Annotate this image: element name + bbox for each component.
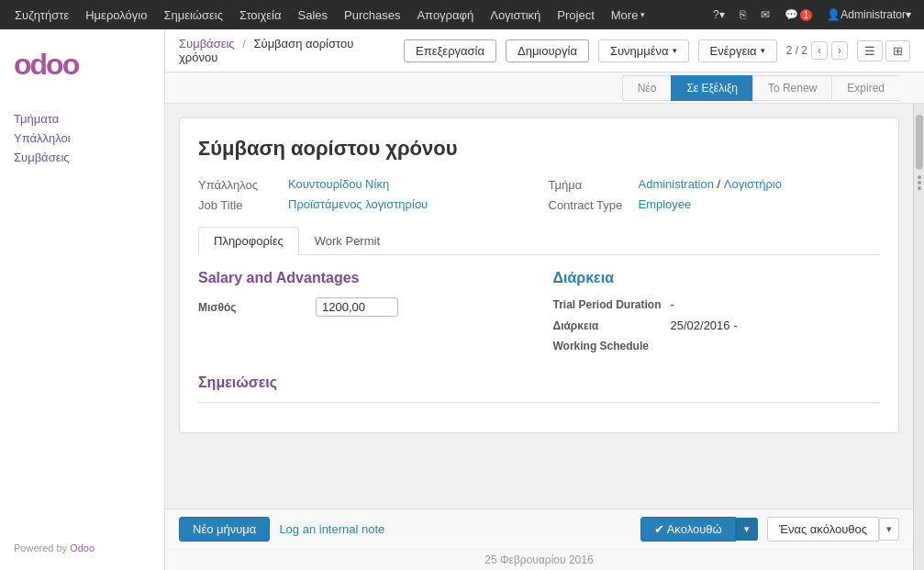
diarkeia-field-row: Διάρκεια 25/02/2016 - [553,319,881,332]
pager-prev-button[interactable]: ‹ [811,41,828,60]
follow-button-group: ✔ Ακολουθώ ▾ [640,517,758,542]
add-follower-button[interactable]: Ένας ακόλουθος [767,517,879,542]
sidebar-item-τμήματα[interactable]: Τμήματα [14,109,150,129]
department-field-row: Τμήμα Administration / Λογιστήριο [549,177,881,192]
employee-link[interactable]: Κουντουρίδου Νίκη [288,177,389,191]
status-expired[interactable]: Expired [831,75,899,101]
help-button[interactable]: ? ▾ [707,0,730,29]
help-icon: ? [713,8,719,21]
follow-dropdown-arrow[interactable]: ▾ [736,518,758,541]
contracttype-field-row: Contract Type Employee [549,197,881,212]
department-sep: / [718,177,724,191]
view-icons: ☰ ⊞ [857,40,910,61]
edit-button[interactable]: Επεξεργασία [404,39,496,62]
chat-button[interactable]: 💬 1 [779,0,818,29]
schedule-field-row: Working Schedule [553,340,881,352]
tab-work-permit[interactable]: Work Permit [299,227,395,255]
add-follower-arrow-icon: ▾ [886,523,892,534]
sidebar-item-συμβάσεις[interactable]: Συμβάσεις [14,148,150,167]
follow-button[interactable]: ✔ Ακολουθώ [640,517,736,542]
toolbar: Συμβάσεις / Σύμβαση αορίστου χρόνου Επεξ… [165,29,924,73]
actions-dropdown[interactable]: Ενέργεια ▾ [698,39,777,62]
chat-badge: 1 [800,9,813,21]
salary-section-header: Salary and Advantages [198,270,526,286]
jobtitle-field-row: Job Title Προϊστάμενος λογιστηρίου [198,197,530,212]
trial-label: Trial Period Duration [553,298,663,311]
employee-label: Υπάλληλος [198,177,281,192]
nav-item-project[interactable]: Project [550,0,601,29]
nav-item-λογιστική[interactable]: Λογιστική [483,0,548,29]
pager-next-button[interactable]: › [831,41,848,60]
odoo-logo: odoo [0,39,164,100]
schedule-label: Working Schedule [553,340,663,352]
salary-input[interactable] [316,297,398,317]
attachments-dropdown[interactable]: Συνημμένα ▾ [598,39,689,62]
bottom-bar: Νέο μήνυμα Log an internal note ✔ Ακολου… [165,509,913,549]
contracttype-link[interactable]: Employee [639,197,692,211]
nav-item-ημερολόγιο[interactable]: Ημερολόγιο [78,0,154,29]
attachments-arrow-icon: ▾ [673,46,677,55]
status-new[interactable]: Νέο [622,75,672,101]
employee-value: Κουντουρίδου Νίκη [288,177,389,191]
scroll-indicator[interactable] [913,104,924,570]
nav-item-στοιχεία[interactable]: Στοιχεία [232,0,289,29]
form-card: Σύμβαση αορίστου χρόνου Υπάλληλος Κουντο… [179,117,899,433]
form-scroll-area: Σύμβαση αορίστου χρόνου Υπάλληλος Κουντο… [165,104,913,570]
scroll-dots [916,175,922,190]
form-top-fields: Υπάλληλος Κουντουρίδου Νίκη Job Title [198,177,880,212]
user-label: Administrator [841,8,906,21]
department-link2[interactable]: Λογιστήριο [724,177,782,191]
sidebar: odoo Τμήματα Υπάλληλοι Συμβάσεις Powered… [0,29,165,570]
list-view-button[interactable]: ☰ [857,40,883,61]
list-view-icon: ☰ [864,44,875,58]
form-view-icon: ⊞ [893,44,903,58]
breadcrumb-parent-link[interactable]: Συμβάσεις [179,37,235,50]
status-bar: Νέο Σε Εξέλιξη To Renew Expired [165,73,924,104]
diarkeia-value: 25/02/2016 - [671,319,738,332]
user-menu-button[interactable]: 👤 Administrator ▾ [821,0,917,29]
log-note-button[interactable]: Log an internal note [279,518,384,541]
nav-item-sales[interactable]: Sales [290,0,335,29]
jobtitle-link[interactable]: Προϊστάμενος λογιστηρίου [288,197,428,211]
nav-item-more[interactable]: More ▾ [604,0,653,29]
sidebar-item-υπάλληλοι[interactable]: Υπάλληλοι [14,129,150,148]
form-title: Σύμβαση αορίστου χρόνου [198,137,880,161]
status-to-renew[interactable]: To Renew [752,75,831,101]
status-in-progress[interactable]: Σε Εξέλιξη [671,75,752,101]
department-link1[interactable]: Administration [639,177,714,191]
tab-πληροφορίες[interactable]: Πληροφορίες [198,227,299,255]
pager-count: 2 / 2 [786,44,807,57]
odoo-brand-link: Odoo [70,542,95,553]
salary-label: Μισθός [198,301,308,314]
tab-content-grid: Salary and Advantages Μισθός Διάρκεια [198,270,880,360]
jobtitle-label: Job Title [198,197,281,212]
new-message-button[interactable]: Νέο μήνυμα [179,517,270,542]
nav-item-συζητήστε[interactable]: Συζητήστε [7,0,76,29]
scroll-dot [918,181,921,184]
add-follower-dropdown-arrow[interactable]: ▾ [879,518,899,541]
trial-value: - [671,297,674,311]
content-area: Συμβάσεις / Σύμβαση αορίστου χρόνου Επεξ… [165,29,924,570]
add-follower-button-group: Ένας ακόλουθος ▾ [767,517,899,542]
form-view-button[interactable]: ⊞ [885,40,910,61]
mail-icon: ✉ [761,8,770,21]
salary-field-row: Μισθός [198,297,526,317]
department-value: Administration / Λογιστήριο [639,177,782,191]
pager: 2 / 2 ‹ › [786,41,848,60]
share-button[interactable]: ⎘ [734,0,751,29]
follow-arrow-icon: ▾ [744,523,750,534]
nav-item-purchases[interactable]: Purchases [337,0,407,29]
mail-button[interactable]: ✉ [755,0,775,29]
notes-section-header: Σημειώσεις [198,374,880,391]
top-navigation: Συζητήστε Ημερολόγιο Σημειώσεις Στοιχεία… [0,0,924,29]
more-chevron-icon: ▾ [640,10,645,19]
scroll-dot [918,186,921,190]
actions-arrow-icon: ▾ [761,46,765,55]
diarkeia-label: Διάρκεια [553,319,663,332]
sidebar-footer: Powered by Odoo [0,535,164,561]
duration-section-header: Διάρκεια [553,270,881,286]
nav-item-απογραφή[interactable]: Απογραφή [409,0,481,29]
create-button[interactable]: Δημιουργία [506,39,589,62]
nav-item-σημειώσεις[interactable]: Σημειώσεις [156,0,230,29]
sidebar-navigation: Τμήματα Υπάλληλοι Συμβάσεις [0,100,164,176]
